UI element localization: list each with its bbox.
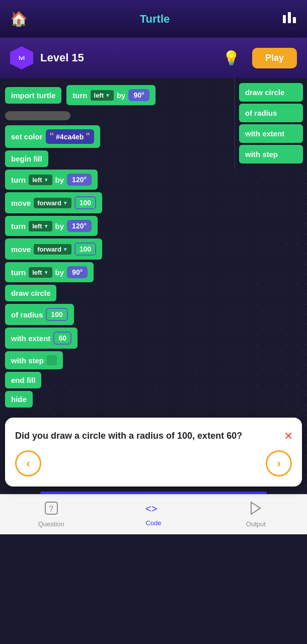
turn-by-label-top: by [117,91,126,100]
side-block-with-extent[interactable]: with extent [239,124,303,143]
svg-rect-1 [288,12,291,23]
nav-item-question[interactable]: ? Question [0,501,102,528]
turn-direction-3: left [32,269,42,276]
side-panel: draw circle of radius with extent with s… [234,78,307,169]
level-text: Level 15 [40,51,215,64]
home-icon[interactable]: 🏠 [10,11,28,27]
turn-direction-value-top: left [94,92,104,99]
dropdown-arrow-move-2: ▼ [63,247,68,252]
nav-item-output[interactable]: Output [205,501,307,528]
turn-degrees-1[interactable]: 120° [67,174,92,186]
dialog-close-button[interactable]: ✕ [284,430,293,443]
draw-circle-label: draw circle [11,289,50,297]
turn-block-top[interactable]: turn left ▼ by 90° [66,85,155,105]
turn-direction-dropdown-2[interactable]: left ▼ [29,221,52,231]
move-direction-dropdown-2[interactable]: forward ▼ [34,244,71,255]
hint-bulb-icon[interactable]: 💡 [222,50,240,66]
turn-direction-dropdown-top[interactable]: left ▼ [91,90,114,101]
level-badge: lvl [10,46,33,69]
question-nav-icon: ? [44,501,58,518]
svg-marker-6 [251,502,260,514]
play-button[interactable]: Play [252,48,297,68]
turn-block-1[interactable]: turn left ▼ by 120° [5,170,98,190]
output-nav-icon [249,501,262,518]
scroll-handle[interactable] [5,111,70,120]
import-turtle-block[interactable]: import turtle [5,87,61,104]
side-block-with-step[interactable]: with step [239,145,303,164]
progress-bar [40,492,267,494]
app-header: 🏠 Turtle [0,0,307,38]
with-step-block[interactable]: with step [5,351,63,369]
svg-text:<>: <> [145,503,157,514]
of-radius-label: of radius [11,310,43,319]
end-fill-block[interactable]: end fill [5,372,41,388]
turn-direction-2: left [32,222,42,230]
move-block-2[interactable]: move forward ▼ 100 [5,238,102,260]
extent-value-box[interactable]: 60 [53,332,71,345]
turn-block-3[interactable]: turn left ▼ by 90° [5,262,94,282]
radius-value-box[interactable]: 100 [46,308,67,321]
code-line-turn-1: turn left ▼ by 120° [5,170,302,190]
draw-circle-block[interactable]: draw circle [5,285,56,301]
dropdown-arrow-top: ▼ [105,93,110,98]
by-label-2: by [55,222,64,230]
move-block-1[interactable]: move forward ▼ 100 [5,192,102,213]
code-line-turn-2: turn left ▼ by 120° [5,216,302,236]
code-line-turn-3: turn left ▼ by 90° [5,262,302,282]
move-value-box-1[interactable]: 100 [74,196,96,209]
turn-degrees-2[interactable]: 120° [67,220,92,232]
extent-value: 60 [59,334,67,342]
move-direction-1: forward [37,199,61,207]
dialog-wrapper: ✕ Did you draw a circle with a radius of… [0,418,307,487]
begin-fill-label: begin fill [11,154,42,163]
set-color-block[interactable]: set color " #4ca4eb " [5,125,100,148]
question-dialog: ✕ Did you draw a circle with a radius of… [5,418,302,487]
color-value-box[interactable]: " #4ca4eb " [46,129,94,144]
turn-degrees-top[interactable]: 90° [128,89,149,101]
svg-text:?: ? [49,505,53,513]
with-extent-block[interactable]: with extent 60 [5,328,78,349]
svg-rect-2 [293,17,296,23]
level-bar: lvl Level 15 💡 Play [0,38,307,78]
move-value-box-2[interactable]: 100 [74,243,96,256]
side-block-of-radius[interactable]: of radius [239,104,303,122]
turn-label-3: turn [11,268,26,277]
open-quote: " [50,131,54,142]
turn-direction-dropdown-3[interactable]: left ▼ [29,267,52,278]
code-line-end-fill: end fill [5,372,302,388]
turn-label-1: turn [11,176,26,184]
app-title: Turtle [140,13,170,26]
close-quote: " [86,131,90,142]
dropdown-arrow-1: ▼ [44,177,49,183]
move-label-1: move [11,199,31,207]
move-label-2: move [11,245,31,254]
nav-label-question: Question [38,520,64,528]
import-turtle-label: import turtle [11,91,55,100]
move-value-2: 100 [80,245,91,253]
with-step-connector [47,355,57,365]
dialog-question-text: Did you draw a circle with a radius of 1… [15,430,292,442]
turn-label-2: turn [11,222,26,230]
of-radius-block[interactable]: of radius 100 [5,304,74,325]
begin-fill-block[interactable]: begin fill [5,150,48,167]
hide-block[interactable]: hide [5,391,33,408]
nav-item-code[interactable]: <> Code [102,502,204,527]
with-step-label: with step [11,356,44,365]
move-value-1: 100 [80,199,91,207]
move-direction-dropdown-1[interactable]: forward ▼ [34,198,71,208]
dialog-next-button[interactable]: › [266,450,292,476]
svg-rect-0 [283,15,286,23]
dialog-prev-button[interactable]: ‹ [15,450,41,476]
turn-degrees-3[interactable]: 90° [67,266,88,278]
set-color-label: set color [11,132,43,141]
code-line-with-extent: with extent 60 [5,328,302,349]
chart-icon[interactable] [282,10,297,28]
turn-direction-dropdown-1[interactable]: left ▼ [29,175,52,185]
code-line-hide: hide [5,391,302,408]
side-block-draw-circle[interactable]: draw circle [239,83,303,102]
turn-block-2[interactable]: turn left ▼ by 120° [5,216,98,236]
dialog-nav: ‹ › [15,450,292,476]
turn-direction-1: left [32,176,42,184]
turn-label-top: turn [72,91,87,100]
coding-area: draw circle of radius with extent with s… [0,78,307,494]
